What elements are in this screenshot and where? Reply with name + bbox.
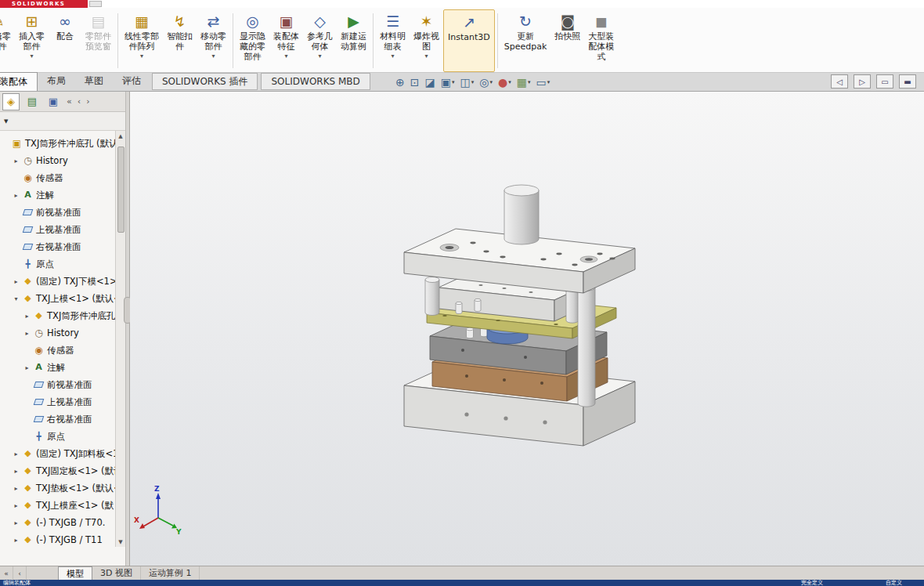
scroll-thumb[interactable] — [117, 146, 125, 233]
tree-row[interactable]: ▸A注解 — [0, 359, 125, 376]
dropdown-arrow-icon[interactable]: ▾ — [489, 79, 493, 85]
tab-motion-study-1[interactable]: 运动算例 1 — [141, 566, 200, 580]
expand-arrow-icon[interactable]: ▸ — [23, 330, 31, 337]
tab-solidworks-addins[interactable]: SOLIDWORKS 插件 — [152, 73, 258, 90]
expand-arrow-icon[interactable]: ▸ — [13, 192, 20, 199]
zoom-fit-button[interactable]: ⊕ — [395, 77, 405, 88]
tree-row[interactable]: 上视基准面 — [0, 221, 125, 238]
tree-row[interactable]: ▸◷History — [0, 152, 125, 169]
tabs-scroll-left-icon[interactable]: ‹ — [77, 96, 81, 107]
dropdown-arrow-icon[interactable]: ▾ — [424, 52, 428, 60]
tabs-scroll-far-left-icon[interactable]: « — [66, 96, 73, 107]
dropdown-arrow-icon[interactable]: ▾ — [318, 52, 321, 60]
tree-row[interactable]: ▸◷History — [0, 324, 125, 342]
dropdown-arrow-icon[interactable]: ▾ — [452, 79, 455, 85]
dropdown-arrow-icon[interactable]: ▾ — [211, 52, 215, 60]
tab-layout[interactable]: 布局 — [38, 72, 75, 91]
instant3d-button[interactable]: ↗Instant3D — [443, 9, 495, 72]
tabs-scroll-right-icon[interactable]: › — [85, 96, 90, 107]
move-component-button[interactable]: ⇄移动零部件▾ — [197, 9, 230, 72]
tree-row[interactable]: ▾◆TXJ上模<1> (默认<默 — [0, 290, 125, 307]
tree-row[interactable]: ▸◆TXJ垫板<1> (默认< — [0, 479, 125, 497]
dropdown-arrow-icon[interactable]: ▾ — [391, 52, 394, 60]
show-hidden-components-button[interactable]: ◎显示隐藏的零部件 — [236, 9, 269, 72]
scroll-tabs-start-icon[interactable]: « — [0, 566, 13, 580]
hide-show-items-button[interactable]: ◎▾ — [479, 77, 493, 88]
expand-arrow-icon[interactable]: ▸ — [13, 537, 20, 544]
tree-row[interactable]: 前视基准面 — [0, 376, 125, 393]
expand-arrow-icon[interactable]: ▸ — [13, 502, 20, 509]
tree-scrollbar[interactable]: ▲ ▼ — [115, 131, 125, 547]
tree-row[interactable]: 上视基准面 — [0, 393, 125, 411]
tree-row[interactable]: ╋原点 — [0, 255, 125, 273]
expand-arrow-icon[interactable]: ▸ — [23, 313, 31, 320]
bill-of-materials-button[interactable]: ☰材料明细表▾ — [376, 9, 410, 72]
reference-geometry-button[interactable]: ◇参考几何体▾ — [303, 9, 337, 72]
linear-component-pattern-button[interactable]: ▦线性零部件阵列▾ — [121, 9, 163, 72]
exploded-view-button[interactable]: ✶爆炸视图▾ — [410, 9, 443, 72]
graphics-area[interactable]: Z X Y — [130, 92, 924, 566]
collapse-arrow-icon[interactable]: ▾ — [13, 295, 20, 302]
smart-fasteners-button[interactable]: ↯智能扣件 — [163, 9, 197, 72]
expand-arrow-icon[interactable]: ▸ — [13, 468, 20, 475]
expand-arrow-icon[interactable]: ▸ — [13, 519, 20, 526]
tree-row[interactable]: ▸◆TXJ筒形件冲底孔 — [0, 307, 125, 324]
edit-appearance-button[interactable]: ●▾ — [498, 77, 511, 88]
expand-arrow-icon[interactable]: ▸ — [13, 278, 20, 285]
tree-row[interactable]: ◉传感器 — [0, 342, 125, 359]
tree-row[interactable]: ▸◆TXJ固定板<1> (默认 — [0, 462, 125, 479]
tree-row[interactable]: ▸◆(-) TXJGB / T11 — [0, 531, 125, 548]
view-settings-button[interactable]: ▭▾ — [536, 77, 550, 88]
pane-forward-icon[interactable]: ▷ — [854, 74, 871, 89]
view-orientation-button[interactable]: ▣▾ — [441, 77, 455, 88]
edit-component-button[interactable]: ✎编辑零部件 — [0, 9, 15, 72]
configurationmanager-tab[interactable]: ▣ — [45, 93, 62, 110]
new-motion-study-button[interactable]: ▶新建运动算例 — [337, 9, 370, 72]
tab-model[interactable]: 模型 — [58, 566, 92, 580]
status-customize-button[interactable]: 自定义 — [886, 580, 902, 586]
tree-row[interactable]: 前视基准面 — [0, 204, 125, 221]
expand-arrow-icon[interactable]: ▸ — [23, 364, 31, 371]
shank[interactable] — [504, 185, 539, 244]
tree-row[interactable]: ◉传感器 — [0, 169, 125, 186]
menu-expand-stub[interactable] — [89, 1, 102, 7]
zoom-area-button[interactable]: ⊡ — [410, 77, 420, 88]
expand-arrow-icon[interactable]: ▸ — [13, 485, 20, 492]
scroll-down-icon[interactable]: ▼ — [116, 537, 126, 547]
tree-row[interactable]: ▸A注解 — [0, 186, 125, 204]
section-view-button[interactable]: ◪ — [424, 77, 435, 88]
large-assembly-mode-button[interactable]: ◼大型装配体模式 — [584, 9, 618, 72]
tab-evaluate[interactable]: 评估 — [113, 72, 150, 91]
tree-row[interactable]: ▣TXJ筒形件冲底孔 (默认< — [0, 135, 125, 152]
dropdown-arrow-icon[interactable]: ▾ — [528, 79, 531, 85]
tab-3d-views[interactable]: 3D 视图 — [92, 566, 141, 580]
tab-solidworks-mbd[interactable]: SOLIDWORKS MBD — [261, 73, 370, 90]
dropdown-arrow-icon[interactable]: ▾ — [547, 79, 550, 85]
component-preview-window-button[interactable]: ▤零部件预览窗 — [81, 9, 115, 72]
insert-component-button[interactable]: ⊞插入零部件▾ — [15, 9, 49, 72]
pane-back-icon[interactable]: ◁ — [831, 74, 848, 89]
tab-sketch[interactable]: 草图 — [75, 72, 113, 91]
dropdown-arrow-icon[interactable]: ▾ — [508, 79, 511, 85]
tree-row[interactable]: 右视基准面 — [0, 411, 125, 428]
take-snapshot-button[interactable]: ◙拍快照 — [550, 9, 584, 72]
update-speedpak-button[interactable]: ↻更新Speedpak — [500, 9, 551, 72]
assembly-features-button[interactable]: ▣装配体特征▾ — [269, 9, 303, 72]
mate-button[interactable]: ∞配合 — [49, 9, 81, 72]
dropdown-arrow-icon[interactable]: ▾ — [30, 52, 33, 60]
propertymanager-tab[interactable]: ▤ — [23, 93, 41, 110]
dropdown-arrow-icon[interactable]: ▾ — [284, 52, 287, 60]
tree-row[interactable]: ▸◆(固定) TXJ下模<1> (默 — [0, 273, 125, 290]
scroll-tabs-left-icon[interactable]: ‹ — [13, 566, 27, 580]
featuremanager-tab[interactable]: ◈ — [2, 93, 20, 110]
tree-row[interactable]: ▸◆(固定) TXJ卸料板<1 — [0, 445, 125, 462]
dropdown-arrow-icon[interactable]: ▾ — [140, 52, 143, 60]
expand-arrow-icon[interactable]: ▸ — [13, 157, 20, 165]
tab-assembly[interactable]: 装配体 — [0, 72, 38, 91]
expand-arrow-icon[interactable]: ▸ — [13, 450, 20, 458]
tree-row[interactable]: ╋原点 — [0, 428, 125, 445]
root-collapse-icon[interactable]: ▼ — [4, 118, 8, 125]
apply-scene-button[interactable]: ▦▾ — [517, 77, 531, 88]
tree-row[interactable]: ▸◆(-) TXJGB / T70. — [0, 514, 125, 531]
model-canvas[interactable] — [130, 92, 924, 566]
